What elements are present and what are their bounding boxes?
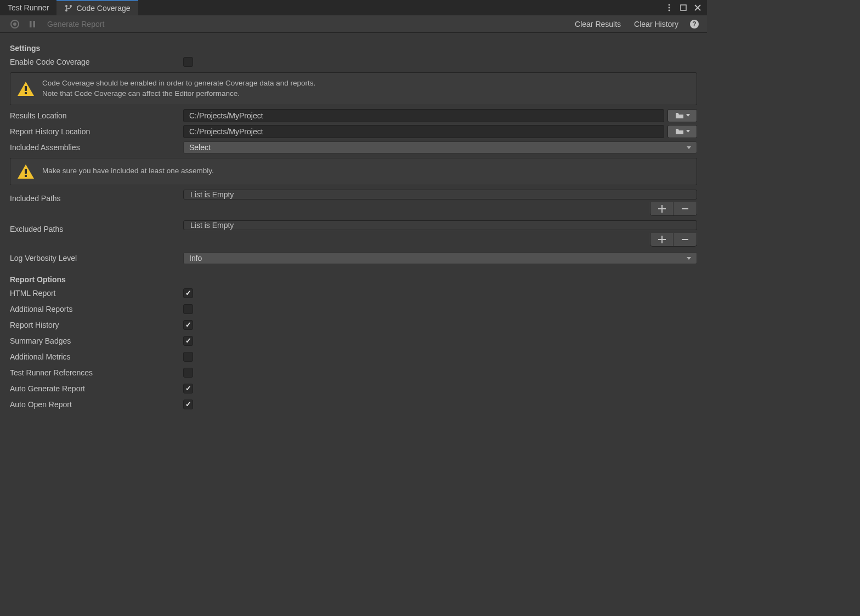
additional-reports-checkbox[interactable] [183,304,193,314]
help-button[interactable]: ? [686,16,703,32]
included-assemblies-dropdown[interactable]: Select [183,141,697,153]
warning-text: Make sure you have included at least one… [42,166,214,176]
settings-heading: Settings [10,44,697,53]
record-button[interactable] [7,16,23,32]
tab-bar: Test Runner Code Coverage [0,0,707,15]
svg-point-5 [669,10,670,12]
additional-metrics-label: Additional Metrics [10,352,183,361]
chevron-down-icon [686,130,690,133]
warning-enable-coverage: Code Coverage should be enabled in order… [10,72,697,105]
included-paths-label: Included Paths [10,190,183,203]
tab-label: Code Coverage [76,4,130,13]
svg-point-2 [65,9,67,12]
toolbar: Generate Report Clear Results Clear Hist… [0,15,707,33]
tab-test-runner[interactable]: Test Runner [0,0,56,15]
report-history-label: Report History [10,321,183,329]
svg-rect-10 [33,21,36,27]
svg-rect-9 [30,21,32,27]
html-report-label: HTML Report [10,289,183,298]
additional-reports-label: Additional Reports [10,305,183,313]
additional-metrics-checkbox[interactable] [183,352,193,362]
minus-icon [681,205,689,213]
browse-history-button[interactable] [667,125,697,138]
maximize-icon[interactable] [677,2,689,14]
warning-text: Code Coverage should be enabled in order… [42,78,315,99]
folder-icon [675,112,684,119]
svg-rect-13 [25,86,27,91]
included-paths-list[interactable]: List is Empty [183,190,697,199]
remove-excluded-path-button[interactable] [674,233,697,246]
plus-icon [658,205,666,213]
history-location-label: Report History Location [10,127,183,136]
warning-assembly: Make sure you have included at least one… [10,158,697,185]
svg-rect-18 [682,239,688,240]
clear-results-button[interactable]: Clear Results [569,16,626,32]
summary-badges-label: Summary Badges [10,336,183,345]
menu-icon[interactable] [663,2,675,14]
results-location-label: Results Location [10,111,183,120]
generate-report-button[interactable]: Generate Report [42,16,110,32]
report-options-heading: Report Options [10,275,697,284]
excluded-paths-label: Excluded Paths [10,220,183,233]
auto-generate-label: Auto Generate Report [10,384,183,393]
log-verbosity-dropdown[interactable]: Info [183,252,697,264]
folder-icon [675,128,684,135]
svg-point-3 [669,4,670,6]
chevron-down-icon [686,114,690,117]
svg-rect-15 [25,169,27,174]
add-included-path-button[interactable] [650,202,674,215]
enable-coverage-label: Enable Code Coverage [10,58,183,66]
close-icon[interactable] [692,2,704,14]
branch-icon [64,4,73,13]
minus-icon [681,236,689,243]
test-runner-references-label: Test Runner References [10,368,183,377]
svg-text:?: ? [692,20,696,28]
svg-point-8 [13,22,16,26]
browse-results-button[interactable] [667,109,697,122]
html-report-checkbox[interactable] [183,288,193,298]
svg-rect-14 [25,92,27,94]
remove-included-path-button[interactable] [674,202,697,215]
svg-point-4 [669,7,670,9]
auto-open-label: Auto Open Report [10,400,183,409]
svg-point-1 [70,5,72,7]
pause-button[interactable] [24,16,41,32]
tab-code-coverage[interactable]: Code Coverage [56,0,138,15]
auto-open-checkbox[interactable] [183,400,193,409]
history-location-input[interactable]: C:/Projects/MyProject [183,125,664,138]
clear-history-button[interactable]: Clear History [629,16,684,32]
included-assemblies-label: Included Assemblies [10,143,183,152]
tab-label: Test Runner [8,3,49,12]
svg-rect-6 [681,5,686,10]
svg-point-0 [65,5,67,7]
auto-generate-checkbox[interactable] [183,384,193,393]
test-runner-references-checkbox[interactable] [183,368,193,378]
report-history-checkbox[interactable] [183,320,193,330]
results-location-input[interactable]: C:/Projects/MyProject [183,109,664,122]
svg-rect-16 [25,175,27,177]
add-excluded-path-button[interactable] [650,233,674,246]
plus-icon [658,236,666,243]
log-verbosity-label: Log Verbosity Level [10,254,183,263]
warning-icon [17,164,35,179]
excluded-paths-list[interactable]: List is Empty [183,220,697,230]
enable-coverage-checkbox[interactable] [183,57,193,67]
warning-icon [17,81,35,96]
summary-badges-checkbox[interactable] [183,336,193,346]
svg-rect-17 [682,208,688,209]
